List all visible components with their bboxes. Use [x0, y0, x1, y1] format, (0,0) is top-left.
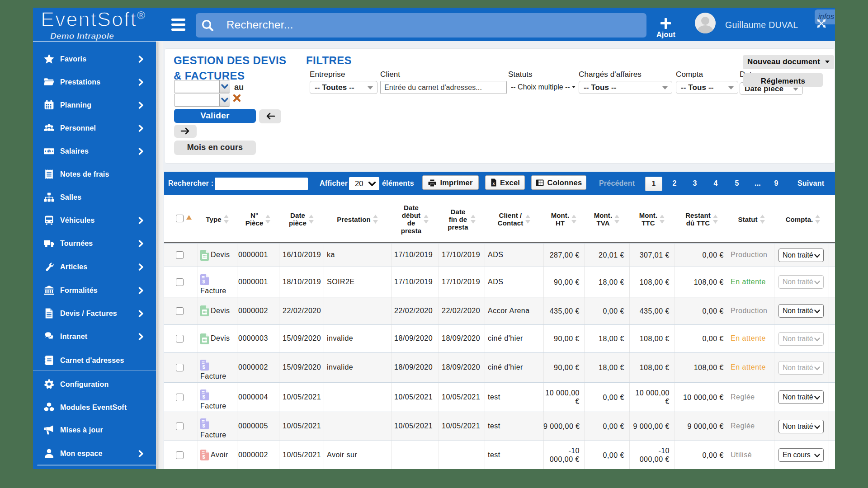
svg-text:$: $ — [202, 364, 205, 370]
svg-text:$: $ — [202, 394, 205, 399]
svg-text:$: $ — [202, 423, 205, 428]
svg-text:$: $ — [202, 279, 205, 284]
svg-text:$: $ — [202, 454, 205, 460]
